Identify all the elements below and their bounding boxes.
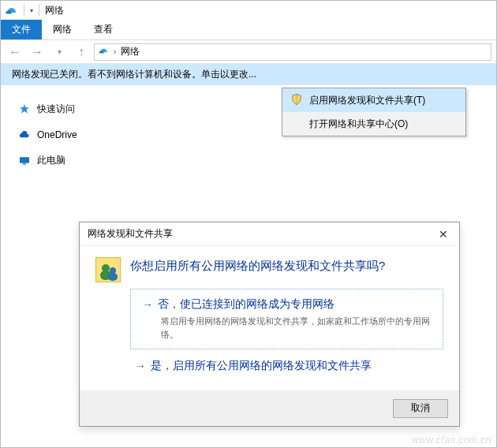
dialog-question: 你想启用所有公用网络的网络发现和文件共享吗? <box>130 257 385 282</box>
chevron-right-icon: › <box>114 47 116 56</box>
option-subtitle: 将启用专用网络的网络发现和文件共享，如家庭和工作场所中的专用网络。 <box>161 315 432 341</box>
address-bar[interactable]: › 网络 <box>94 43 491 61</box>
info-bar-text: 网络发现已关闭。看不到网络计算机和设备。单击以更改... <box>12 68 256 81</box>
qat-chevron-icon[interactable]: ▾ <box>30 7 33 14</box>
star-icon <box>18 103 31 116</box>
sidebar-item-label: OneDrive <box>37 129 77 140</box>
menu-item-open-sharing-center[interactable]: 打开网络和共享中心(O) <box>282 112 465 136</box>
arrow-right-icon: → <box>142 298 153 311</box>
arrow-right-icon: → <box>135 360 146 372</box>
forward-button[interactable]: → <box>28 43 47 62</box>
nav-row: ← → ▾ ↑ › 网络 <box>1 40 496 64</box>
option-no-private[interactable]: → 否，使已连接到的网络成为专用网络 将启用专用网络的网络发现和文件共享，如家庭… <box>130 289 443 349</box>
svg-rect-5 <box>108 273 118 281</box>
back-button[interactable]: ← <box>6 43 24 62</box>
option-title: 否，使已连接到的网络成为专用网络 <box>158 297 334 312</box>
recent-chevron-icon[interactable]: ▾ <box>50 43 69 62</box>
menu-item-label: 启用网络发现和文件共享(T) <box>309 94 425 107</box>
separator <box>24 4 24 17</box>
sidebar-item-onedrive[interactable]: OneDrive <box>18 122 135 147</box>
context-menu: 启用网络发现和文件共享(T) 打开网络和共享中心(O) <box>282 88 466 136</box>
svg-rect-1 <box>23 163 26 164</box>
option-yes-public[interactable]: → 是，启用所有公用网络的网络发现和文件共享 <box>130 357 443 375</box>
pc-icon <box>18 155 31 167</box>
explorer-window: ▾ 网络 文件 网络 查看 ← → ▾ ↑ › 网络 网络发现已关闭。看不到网络… <box>0 0 497 448</box>
sidebar-item-label: 此电脑 <box>37 154 65 167</box>
cancel-button[interactable]: 取消 <box>393 399 448 418</box>
up-button[interactable]: ↑ <box>72 43 91 62</box>
close-button[interactable]: ✕ <box>435 228 451 241</box>
window-title: 网络 <box>45 4 64 17</box>
sidebar-item-label: 快速访问 <box>37 103 75 116</box>
tab-view[interactable]: 查看 <box>83 20 124 39</box>
ribbon: 文件 网络 查看 <box>1 20 496 40</box>
network-icon <box>98 45 109 58</box>
network-icon <box>4 3 18 17</box>
sidebar-item-quick-access[interactable]: 快速访问 <box>18 96 135 122</box>
dialog-body: 你想启用所有公用网络的网络发现和文件共享吗? <box>80 246 459 289</box>
nav-pane: 快速访问 OneDrive 此电脑 <box>1 85 135 174</box>
dialog-title: 网络发现和文件共享 <box>88 227 173 241</box>
breadcrumb[interactable]: 网络 <box>121 45 140 58</box>
users-icon <box>95 257 121 282</box>
dialog-titlebar: 网络发现和文件共享 ✕ <box>80 222 459 246</box>
dialog-options: → 否，使已连接到的网络成为专用网络 将启用专用网络的网络发现和文件共享，如家庭… <box>80 289 459 375</box>
watermark: www.cfan.com.cn <box>412 435 491 446</box>
sidebar-item-this-pc[interactable]: 此电脑 <box>18 147 135 174</box>
network-discovery-dialog: 网络发现和文件共享 ✕ 你想启用所有公用网络的网络发现和文件共享吗? → 否，使… <box>79 222 460 427</box>
cloud-icon <box>18 129 31 141</box>
svg-rect-0 <box>20 157 29 162</box>
tab-file[interactable]: 文件 <box>1 20 42 39</box>
menu-item-label: 打开网络和共享中心(O) <box>309 118 408 131</box>
menu-item-enable-discovery[interactable]: 启用网络发现和文件共享(T) <box>282 88 465 112</box>
info-bar[interactable]: 网络发现已关闭。看不到网络计算机和设备。单击以更改... <box>1 64 496 85</box>
option-title: 是，启用所有公用网络的网络发现和文件共享 <box>151 359 372 373</box>
svg-point-4 <box>110 267 116 274</box>
separator <box>39 4 39 17</box>
titlebar: ▾ 网络 <box>1 1 496 20</box>
dialog-footer: 取消 <box>80 390 459 426</box>
shield-icon <box>290 93 303 108</box>
tab-network[interactable]: 网络 <box>42 20 83 39</box>
